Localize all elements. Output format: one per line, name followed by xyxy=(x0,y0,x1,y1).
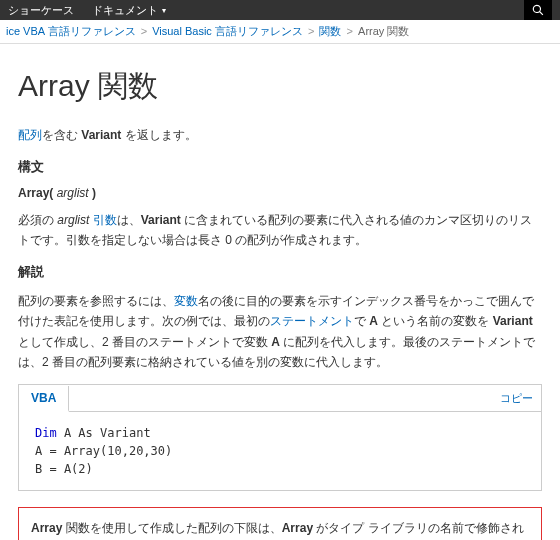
page-title: Array 関数 xyxy=(18,66,542,107)
intro-text: 配列を含む Variant を返します。 xyxy=(18,127,542,144)
nav-document[interactable]: ドキュメント ▾ xyxy=(92,3,166,18)
main-content: Array 関数 配列を含む Variant を返します。 構文 Array( … xyxy=(0,66,560,540)
search-icon xyxy=(532,4,544,16)
tab-vba[interactable]: VBA xyxy=(19,386,69,412)
desc-text: 配列の要素を参照するには、変数名の後に目的の要素を示すインデックス番号をかっこで… xyxy=(18,291,542,373)
nav-label: ショーケース xyxy=(8,3,74,18)
link-variable[interactable]: 変数 xyxy=(174,294,198,308)
desc-heading: 解説 xyxy=(18,263,542,281)
link-argument[interactable]: 引数 xyxy=(93,213,117,227)
crumb-sep: > xyxy=(347,25,353,37)
breadcrumb: ice VBA 言語リファレンス > Visual Basic 言語リファレンス… xyxy=(0,20,560,44)
crumb-sep: > xyxy=(308,25,314,37)
syntax-line: Array( arglist ) xyxy=(18,186,542,200)
nav-label: ドキュメント xyxy=(92,3,158,18)
crumb-current: Array 関数 xyxy=(358,25,409,37)
top-nav: ショーケース ドキュメント ▾ xyxy=(0,0,560,20)
link-statement[interactable]: ステートメント xyxy=(270,314,354,328)
chevron-down-icon: ▾ xyxy=(162,6,166,15)
arglist-desc: 必須の arglist 引数は、Variant に含まれている配列の要素に代入さ… xyxy=(18,210,542,251)
crumb-1[interactable]: Visual Basic 言語リファレンス xyxy=(152,25,303,37)
code-tabs: VBA コピー xyxy=(19,385,541,412)
crumb-2[interactable]: 関数 xyxy=(319,25,341,37)
code-content: Dim A As Variant A = Array(10,20,30) B =… xyxy=(19,412,541,490)
nav-showcase[interactable]: ショーケース xyxy=(8,3,74,18)
code-block: VBA コピー Dim A As Variant A = Array(10,20… xyxy=(18,384,542,491)
copy-button[interactable]: コピー xyxy=(500,391,533,406)
syntax-heading: 構文 xyxy=(18,158,542,176)
crumb-0[interactable]: ice VBA 言語リファレンス xyxy=(6,25,136,37)
search-button[interactable] xyxy=(524,0,552,20)
note-box: Array 関数を使用して作成した配列の下限は、Array がタイプ ライブラリ… xyxy=(18,507,542,540)
crumb-sep: > xyxy=(141,25,147,37)
link-array[interactable]: 配列 xyxy=(18,128,42,142)
